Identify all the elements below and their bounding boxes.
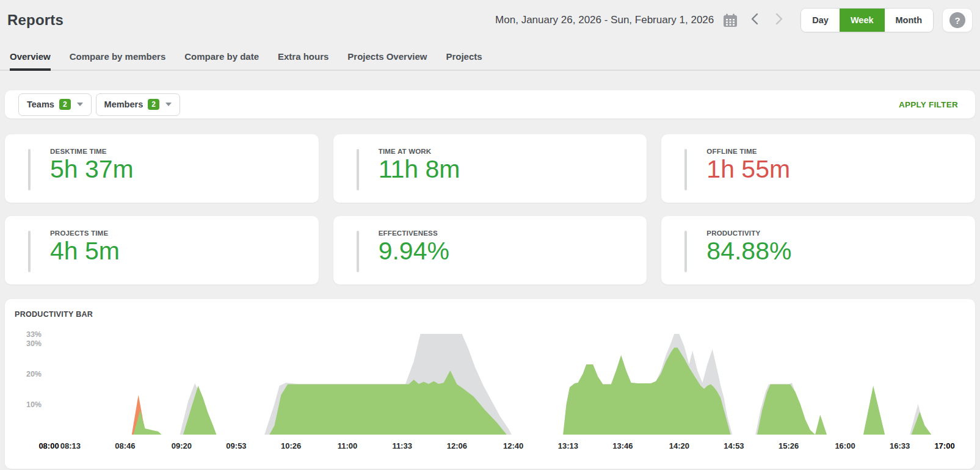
stat-card-effectiveness: EFFECTIVENESS 9.94% xyxy=(333,216,647,284)
header-controls: Mon, January 26, 2026 - Sun, February 1,… xyxy=(495,8,973,32)
x-axis-tick: 12:06 xyxy=(447,441,467,450)
previous-period-chevron-icon[interactable] xyxy=(747,11,763,29)
y-axis-tick: 33% xyxy=(26,330,42,339)
productivity-area-chart: 33%30%20%10%08:0008:1308:4609:2009:5310:… xyxy=(15,321,965,461)
tab-projects-overview[interactable]: Projects Overview xyxy=(347,45,427,71)
card-accent-bar xyxy=(28,231,31,272)
date-range: Mon, January 26, 2026 - Sun, February 1,… xyxy=(495,14,714,26)
calendar-icon[interactable] xyxy=(722,12,738,28)
page-title: Reports xyxy=(7,12,64,29)
card-accent-bar xyxy=(357,149,359,190)
teams-filter-dropdown[interactable]: Teams 2 xyxy=(18,93,92,116)
tab-extra-hours[interactable]: Extra hours xyxy=(278,45,328,71)
members-count-badge: 2 xyxy=(148,99,159,110)
filter-bar: Teams 2 Members 2 APPLY FILTER xyxy=(5,90,975,118)
card-accent-bar xyxy=(28,149,31,190)
x-axis-tick: 08:13 xyxy=(60,441,81,450)
tab-compare-by-date[interactable]: Compare by date xyxy=(184,45,259,71)
stat-label: PROJECTS TIME xyxy=(50,230,319,237)
stat-value: 9.94% xyxy=(379,239,647,264)
stat-label: TIME AT WORK xyxy=(379,148,647,155)
calendar-icon-glyph xyxy=(723,13,738,27)
stat-value: 1h 55m xyxy=(706,157,975,183)
view-switcher: Day Week Month xyxy=(800,8,934,32)
stat-card-productivity: PRODUCTIVITY 84.88% xyxy=(661,216,975,284)
week-view-button[interactable]: Week xyxy=(840,9,885,32)
tab-overview[interactable]: Overview xyxy=(10,45,51,71)
card-accent-bar xyxy=(684,231,687,272)
x-axis-tick: 13:46 xyxy=(612,441,633,450)
x-axis-tick: 08:00 xyxy=(38,441,59,450)
help-button[interactable]: ? xyxy=(942,8,973,32)
x-axis-tick: 12:40 xyxy=(503,441,523,450)
stat-label: DESKTIME TIME xyxy=(50,148,319,155)
stat-value: 5h 37m xyxy=(50,157,319,183)
chevron-down-icon xyxy=(77,103,83,106)
x-axis-tick: 11:33 xyxy=(392,441,412,450)
y-axis-tick: 30% xyxy=(26,339,42,348)
x-axis-tick: 16:00 xyxy=(835,441,855,450)
x-axis-tick: 17:00 xyxy=(934,441,954,450)
stat-label: OFFLINE TIME xyxy=(706,148,975,155)
tab-projects[interactable]: Projects xyxy=(446,45,482,71)
y-axis-tick: 20% xyxy=(26,370,42,378)
next-period-chevron-icon[interactable] xyxy=(771,11,787,29)
teams-count-badge: 2 xyxy=(59,99,71,110)
card-accent-bar xyxy=(684,149,687,190)
x-axis-tick: 11:00 xyxy=(338,441,358,450)
x-axis-tick: 08:46 xyxy=(115,441,135,450)
x-axis-tick: 16:33 xyxy=(890,441,910,450)
stat-label: EFFECTIVENESS xyxy=(379,230,647,237)
stat-label: PRODUCTIVITY xyxy=(706,230,975,237)
stat-card-desktime-time: DESKTIME TIME 5h 37m xyxy=(5,134,319,203)
x-axis-tick: 09:20 xyxy=(172,441,192,450)
x-axis-tick: 10:26 xyxy=(281,441,301,450)
stat-card-time-at-work: TIME AT WORK 11h 8m xyxy=(333,134,647,203)
members-filter-label: Members xyxy=(104,99,143,109)
x-axis-tick: 14:53 xyxy=(724,441,744,450)
y-axis-tick: 10% xyxy=(26,400,42,409)
x-axis-tick: 14:20 xyxy=(669,441,689,450)
tab-compare-by-members[interactable]: Compare by members xyxy=(70,45,166,71)
members-filter-dropdown[interactable]: Members 2 xyxy=(96,93,180,116)
stat-card-offline-time: OFFLINE TIME 1h 55m xyxy=(661,134,975,203)
chart-title: PRODUCTIVITY BAR xyxy=(15,310,965,319)
stat-cards: DESKTIME TIME 5h 37m TIME AT WORK 11h 8m… xyxy=(5,134,975,284)
stat-card-projects-time: PROJECTS TIME 4h 5m xyxy=(5,216,319,284)
x-axis-tick: 13:13 xyxy=(558,441,578,450)
teams-filter-label: Teams xyxy=(27,99,54,109)
report-tabs: Overview Compare by members Compare by d… xyxy=(0,45,980,71)
productivity-bar-panel: PRODUCTIVITY BAR 33%30%20%10%08:0008:130… xyxy=(5,299,975,469)
chevron-down-icon xyxy=(165,103,172,106)
apply-filter-button[interactable]: APPLY FILTER xyxy=(899,100,958,109)
day-view-button[interactable]: Day xyxy=(801,9,840,32)
x-axis-tick: 09:53 xyxy=(226,441,246,450)
card-accent-bar xyxy=(357,231,359,272)
header: Reports Mon, January 26, 2026 - Sun, Feb… xyxy=(0,0,980,32)
month-view-button[interactable]: Month xyxy=(885,9,933,32)
stat-value: 4h 5m xyxy=(50,239,319,264)
help-icon: ? xyxy=(949,12,965,28)
stat-value: 84.88% xyxy=(706,239,975,264)
stat-value: 11h 8m xyxy=(379,157,647,183)
x-axis-tick: 15:26 xyxy=(779,441,799,450)
neutral-total-time-area xyxy=(49,334,945,435)
